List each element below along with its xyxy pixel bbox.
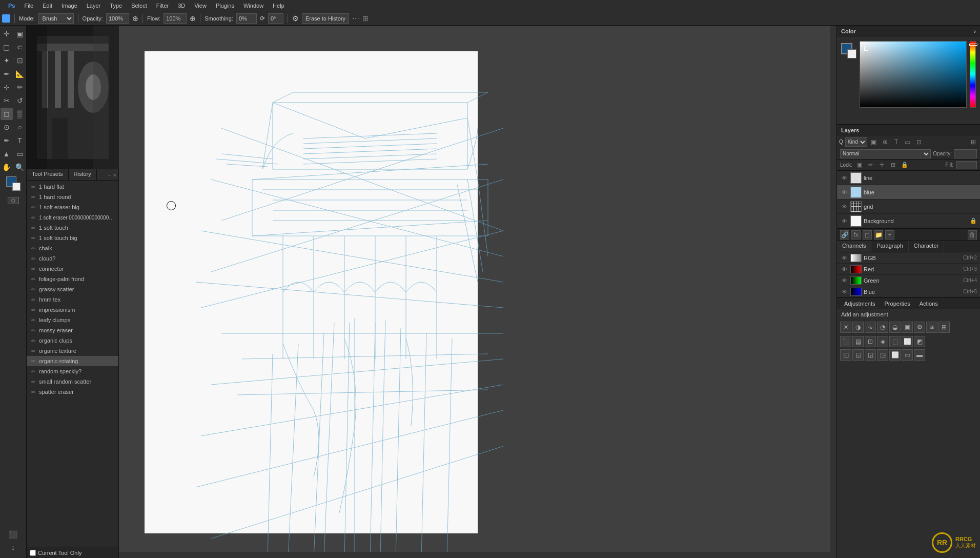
preset-chalk[interactable]: ✏ chalk [27, 243, 118, 253]
bg-color-swatch[interactable] [847, 49, 856, 58]
gradient-tool[interactable]: ▒ [14, 108, 26, 120]
adj-btn-f[interactable]: ▭ [902, 349, 913, 361]
preset-organic-texture[interactable]: ✏ organic texture [27, 346, 118, 356]
vibrance-btn[interactable]: ◒ [889, 322, 901, 333]
vertical-scrollbar[interactable] [830, 26, 836, 558]
adj-btn-d[interactable]: ◳ [877, 349, 888, 361]
link-layers-btn[interactable]: 🔗 [840, 230, 849, 240]
new-layer-btn[interactable]: + [885, 230, 894, 240]
brightness-contrast-btn[interactable]: ☀ [840, 322, 851, 333]
menu-plugins[interactable]: Plugins [212, 2, 238, 10]
dodge-tool[interactable]: ○ [14, 121, 26, 133]
menu-select[interactable]: Select [127, 2, 151, 10]
menu-type[interactable]: Type [106, 2, 126, 10]
menu-file[interactable]: File [20, 2, 37, 10]
tab-channels[interactable]: Channels [837, 241, 871, 252]
menu-window[interactable]: Window [239, 2, 268, 10]
layer-row-grid[interactable]: 👁 grid [837, 200, 980, 214]
channel-visibility-rgb[interactable]: 👁 [840, 254, 848, 262]
hand-zoom-btn[interactable]: ↕ [7, 542, 19, 554]
zoom-tool[interactable]: 🔍 [14, 161, 26, 173]
menu-filter[interactable]: Filter [152, 2, 173, 10]
adj-tab-actions[interactable]: Actions [916, 300, 941, 308]
erase-to-history-btn[interactable]: Erase to History [302, 13, 349, 24]
color-saturation-field[interactable] [860, 41, 967, 108]
adj-btn-e[interactable]: ⬜ [889, 349, 901, 361]
channel-visibility-blue[interactable]: 👁 [840, 288, 848, 296]
layer-visibility-line[interactable]: 👁 [840, 174, 848, 182]
layers-panel-header[interactable]: Layers [837, 125, 980, 136]
spot-heal-tool[interactable]: ⊹ [1, 81, 13, 93]
angle-input[interactable] [268, 13, 283, 24]
background-color[interactable] [12, 183, 21, 191]
hue-sat-btn[interactable]: ▣ [902, 322, 913, 333]
adjustment-filter-btn[interactable]: ⊕ [881, 137, 890, 147]
threshold-btn[interactable]: ⬚ [889, 336, 901, 347]
menu-image[interactable]: Image [57, 2, 81, 10]
brush-tool[interactable]: ✏ [14, 81, 26, 93]
path-select-tool[interactable]: ▲ [1, 148, 13, 160]
flow-input[interactable] [164, 13, 187, 24]
hand-tool[interactable]: ✋ [1, 161, 13, 173]
photo-filter-btn[interactable]: ⊞ [938, 322, 950, 333]
preset-1-soft-touch-big[interactable]: ✏ 1 soft touch big [27, 233, 118, 243]
tab-tool-presets[interactable]: Tool Presets [27, 169, 69, 180]
adj-btn-g[interactable]: ▬ [914, 349, 925, 361]
adj-tab-adjustments[interactable]: Adjustments [841, 300, 879, 308]
new-group-btn[interactable]: 📁 [874, 230, 883, 240]
adj-tab-properties[interactable]: Properties [882, 300, 913, 308]
posterize-btn[interactable]: ◈ [877, 336, 888, 347]
preset-organic-clups[interactable]: ✏ organic clups [27, 335, 118, 346]
type-filter-btn[interactable]: T [892, 137, 901, 147]
preset-small-random[interactable]: ✏ small random scatter [27, 376, 118, 387]
screen-mode-btn[interactable]: ⬛ [7, 528, 19, 541]
blend-mode-select[interactable]: Normal [840, 149, 931, 158]
tab-paragraph[interactable]: Paragraph [871, 241, 908, 252]
opacity-input[interactable]: 100% [954, 149, 977, 158]
preset-hmm[interactable]: ✏ hmm tex [27, 294, 118, 305]
foreground-background-colors[interactable] [6, 176, 21, 191]
ruler-tool[interactable]: 📐 [14, 68, 26, 80]
preset-grassy[interactable]: ✏ grassy scatter [27, 284, 118, 294]
fill-input[interactable]: 100% [956, 161, 977, 169]
channel-row-green[interactable]: 👁 Green Ctrl+4 [837, 275, 980, 286]
preset-1-soft-eraser-long[interactable]: ✏ 1 soft eraser 0000000000000000000... [27, 212, 118, 223]
preset-1-soft-eraser-big[interactable]: ✏ 1 soft eraser big [27, 202, 118, 212]
channel-row-blue[interactable]: 👁 Blue Ctrl+5 [837, 286, 980, 297]
preset-cloud[interactable]: ✏ cloud? [27, 253, 118, 264]
channel-mixer-btn[interactable]: ⬛ [840, 336, 851, 347]
quick-mask-btn[interactable]: ⬡ [8, 197, 19, 204]
delete-layer-btn[interactable]: 🗑 [968, 230, 977, 240]
menu-layer[interactable]: Layer [83, 2, 105, 10]
color-balance-btn[interactable]: ⚙ [914, 322, 925, 333]
preset-leafy[interactable]: ✏ leafy clumps [27, 315, 118, 325]
lasso-tool[interactable]: ⊂ [14, 41, 26, 53]
mode-select[interactable]: Brush [38, 13, 74, 24]
adj-btn-a[interactable]: ◰ [840, 349, 851, 361]
gradient-map-btn[interactable]: ⬜ [902, 336, 913, 347]
selective-color-btn[interactable]: ◩ [914, 336, 925, 347]
kind-select[interactable]: Kind [845, 137, 867, 147]
layer-row-background[interactable]: 👁 Background 🔒 [837, 214, 980, 228]
preset-impressionism[interactable]: ✏ impressionism [27, 305, 118, 315]
menu-view[interactable]: View [190, 2, 211, 10]
preset-1-hard-round[interactable]: ✏ 1 hard round [27, 192, 118, 202]
bw-btn[interactable]: ≋ [926, 322, 937, 333]
canvas-area[interactable] [119, 26, 836, 558]
color-lookup-btn[interactable]: ▤ [852, 336, 864, 347]
smoothing-input[interactable] [236, 13, 257, 24]
color-panel-expand[interactable]: › [974, 28, 976, 34]
pen-tool[interactable]: ✒ [1, 134, 13, 147]
curves-btn[interactable]: ∿ [865, 322, 876, 333]
tab-history[interactable]: History [69, 169, 97, 180]
text-tool[interactable]: T [14, 134, 26, 147]
lock-artboard-btn[interactable]: ⊞ [889, 161, 897, 169]
channel-visibility-red[interactable]: 👁 [840, 265, 848, 273]
panel-close-btn[interactable]: × [113, 172, 116, 178]
shape-tool[interactable]: ▭ [14, 148, 26, 160]
preset-mossy[interactable]: ✏ mossy eraser [27, 325, 118, 335]
preset-1-soft-touch[interactable]: ✏ 1 soft touch [27, 223, 118, 233]
layer-row-blue[interactable]: 👁 blue [837, 185, 980, 200]
preset-spatter[interactable]: ✏ spatter eraser [27, 387, 118, 397]
preset-organic-rotating[interactable]: ✏ organic-rotating [27, 356, 118, 366]
